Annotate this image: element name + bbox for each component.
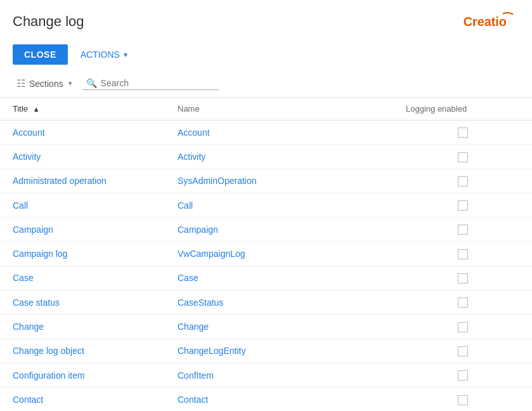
table-row: AccountAccount	[0, 121, 532, 145]
cell-name[interactable]: CaseStatus	[165, 290, 393, 315]
logging-checkbox[interactable]	[458, 370, 468, 381]
logging-checkbox[interactable]	[458, 297, 468, 308]
column-title[interactable]: Title ▲	[0, 98, 165, 121]
cell-name[interactable]: Activity	[165, 145, 393, 169]
cell-logging-enabled	[393, 388, 532, 411]
cell-title[interactable]: Campaign log	[0, 242, 165, 266]
cell-logging-enabled	[393, 169, 532, 193]
cell-name[interactable]: ChangeLogEntity	[165, 339, 393, 363]
svg-text:Creatio: Creatio	[464, 15, 507, 29]
sections-chevron-icon: ▼	[67, 80, 74, 87]
toolbar: CLOSE ACTIONS ▼	[0, 39, 532, 70]
creatio-logo: Creatio	[462, 10, 519, 33]
table-row: Administrated operationSysAdminOperation	[0, 169, 532, 193]
chevron-down-icon: ▼	[122, 51, 129, 58]
cell-name[interactable]: Change	[165, 315, 393, 339]
table-row: Case statusCaseStatus	[0, 290, 532, 315]
table-row: CaseCase	[0, 266, 532, 290]
actions-button[interactable]: ACTIONS ▼	[75, 44, 134, 65]
search-input[interactable]	[101, 78, 215, 88]
cell-name[interactable]: Contact	[165, 388, 393, 411]
table-body: AccountAccountActivityActivityAdministra…	[0, 121, 532, 412]
table-row: Change log objectChangeLogEntity	[0, 339, 532, 363]
logging-checkbox[interactable]	[458, 249, 468, 259]
table-row: Configuration itemConfItem	[0, 363, 532, 387]
sort-asc-icon: ▲	[33, 105, 40, 113]
cell-title[interactable]: Call	[0, 193, 165, 217]
logging-checkbox[interactable]	[458, 176, 468, 186]
logging-checkbox[interactable]	[458, 395, 468, 405]
logging-checkbox[interactable]	[458, 200, 468, 211]
cell-name[interactable]: Account	[165, 121, 393, 145]
table-row: ContactContact	[0, 388, 532, 411]
sections-label: Sections	[29, 79, 63, 89]
cell-name[interactable]: ConfItem	[165, 363, 393, 387]
cell-logging-enabled	[393, 145, 532, 169]
column-name: Name	[165, 98, 393, 121]
cell-title[interactable]: Contact	[0, 388, 165, 411]
logging-checkbox[interactable]	[458, 273, 468, 284]
cell-title[interactable]: Case	[0, 266, 165, 290]
close-button[interactable]: CLOSE	[13, 44, 68, 65]
cell-title[interactable]: Configuration item	[0, 363, 165, 387]
cell-logging-enabled	[393, 121, 532, 145]
logging-checkbox[interactable]	[458, 346, 468, 356]
cell-title[interactable]: Campaign	[0, 218, 165, 242]
cell-logging-enabled	[393, 315, 532, 339]
cell-title[interactable]: Case status	[0, 290, 165, 315]
table-row: CallCall	[0, 193, 532, 217]
table-row: ChangeChange	[0, 315, 532, 339]
cell-title[interactable]: Change	[0, 315, 165, 339]
cell-name[interactable]: VwCampaignLog	[165, 242, 393, 266]
table-row: CampaignCampaign	[0, 218, 532, 242]
cell-logging-enabled	[393, 218, 532, 242]
logging-checkbox[interactable]	[458, 225, 468, 235]
cell-name[interactable]: Campaign	[165, 218, 393, 242]
cell-title[interactable]: Change log object	[0, 339, 165, 363]
table-container: Title ▲ Name Logging enabled AccountAcco…	[0, 98, 532, 411]
page-title: Change log	[13, 13, 84, 30]
cell-title[interactable]: Account	[0, 121, 165, 145]
page-header: Change log Creatio	[0, 0, 532, 39]
search-container: 🔍	[82, 77, 219, 90]
logging-checkbox[interactable]	[458, 152, 468, 162]
logging-checkbox[interactable]	[458, 127, 468, 138]
cell-name[interactable]: SysAdminOperation	[165, 169, 393, 193]
search-icon: 🔍	[86, 78, 97, 88]
column-logging-enabled: Logging enabled	[393, 98, 532, 121]
change-log-table: Title ▲ Name Logging enabled AccountAcco…	[0, 98, 532, 411]
cell-logging-enabled	[393, 363, 532, 387]
table-row: Campaign logVwCampaignLog	[0, 242, 532, 266]
cell-title[interactable]: Administrated operation	[0, 169, 165, 193]
cell-name[interactable]: Case	[165, 266, 393, 290]
cell-logging-enabled	[393, 266, 532, 290]
cell-logging-enabled	[393, 339, 532, 363]
cell-logging-enabled	[393, 290, 532, 315]
cell-title[interactable]: Activity	[0, 145, 165, 169]
cell-logging-enabled	[393, 242, 532, 266]
cell-logging-enabled	[393, 193, 532, 217]
cell-name[interactable]: Call	[165, 193, 393, 217]
table-row: ActivityActivity	[0, 145, 532, 169]
sections-grid-icon: ☷	[16, 77, 25, 89]
filter-bar: ☷ Sections ▼ 🔍	[0, 70, 532, 98]
sections-button[interactable]: ☷ Sections ▼	[13, 75, 77, 92]
logging-checkbox[interactable]	[458, 322, 468, 332]
table-header: Title ▲ Name Logging enabled	[0, 98, 532, 121]
